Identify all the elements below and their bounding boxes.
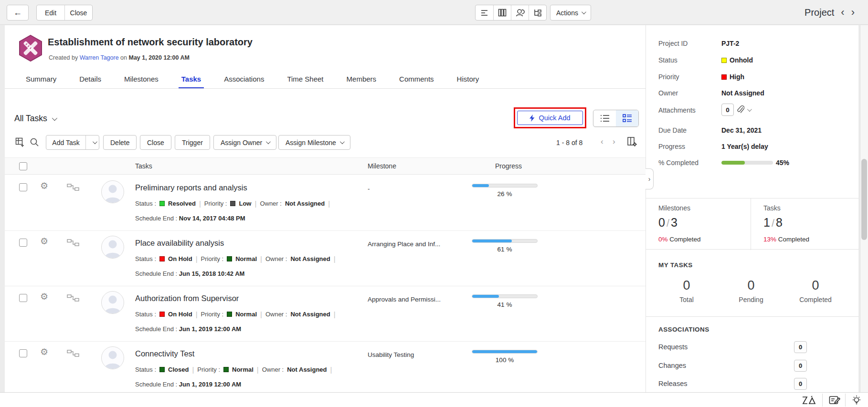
kanban-view-icon[interactable] [493,5,511,20]
chevron-down-icon[interactable] [747,107,752,112]
table-row: ⚙ Connectivity Test Status :Closed | Pri… [5,342,646,397]
field-label: Owner [658,89,678,97]
assign-milestone-dropdown[interactable]: Assign Milestone [278,135,350,150]
plain-list-view-button[interactable] [593,110,616,126]
next-record-button[interactable]: › [851,7,855,18]
dependency-icon[interactable] [67,294,79,302]
my-tasks-pending: 0Pending [732,278,770,303]
top-toolbar: ← Edit Close Actions Project ‹ › [0,0,868,25]
add-task-button[interactable]: Add Task [46,139,85,146]
list-view-toggle [593,110,639,127]
associations-header: ASSOCIATIONS [658,326,709,333]
tab-time-sheet[interactable]: Time Sheet [275,69,335,89]
gear-icon[interactable]: ⚙ [40,347,48,356]
gear-icon[interactable]: ⚙ [40,292,48,301]
tab-bar: Summary Details Milestones Tasks Associa… [14,69,490,89]
task-title[interactable]: Connectivity Test [135,349,194,358]
add-column-table-icon[interactable] [15,137,25,149]
task-title[interactable]: Preliminary reports and analysis [135,183,247,192]
table-row: ⚙ Authorization from Supervisor Status :… [5,286,646,342]
progress-label: 41 % [472,301,538,308]
task-meta: Status :Resolved | Priority :Low | Owner… [135,199,330,208]
tab-tasks[interactable]: Tasks [170,69,212,89]
summary-list-icon[interactable] [476,5,493,20]
author-link[interactable]: Warren Tagore [80,54,119,61]
field-label: Status [658,56,677,64]
detailed-list-view-button[interactable] [616,110,638,126]
task-filter-dropdown[interactable]: All Tasks [14,114,56,124]
project-status-value: Onhold [721,56,753,64]
status-color-square [721,58,727,63]
due-date-value: Dec 31, 2021 [721,126,762,134]
entity-label: Project [804,7,834,18]
schedule-end: Schedule End : Jun 15, 2018 10:42 AM [135,270,244,277]
releases-count-badge[interactable]: 0 [794,378,807,390]
tab-associations[interactable]: Associations [212,69,275,89]
dependency-icon[interactable] [67,184,79,191]
requests-count-badge[interactable]: 0 [794,341,807,353]
actions-button[interactable]: Actions [550,5,591,21]
column-progress: Progress [495,162,522,170]
trigger-button[interactable]: Trigger [175,135,210,150]
attachment-count[interactable]: 0 [721,104,734,116]
summary-panel: Milestones 0/3 0% Completed Tasks 1/8 13… [646,198,859,250]
tab-summary[interactable]: Summary [14,69,68,89]
back-button[interactable]: ← [7,5,29,21]
field-label: Due Date [658,126,687,134]
table-row: ⚙ Place availability analysis Status :On… [5,231,646,286]
back-arrow-icon: ← [13,8,22,18]
page-next-button[interactable]: › [613,137,615,146]
add-task-dropdown[interactable] [85,136,99,149]
row-checkbox[interactable] [19,183,27,191]
gear-icon[interactable]: ⚙ [40,181,48,190]
quick-add-button[interactable]: Quick Add [517,111,583,125]
tasks-summary[interactable]: Tasks 1/8 13% Completed [751,198,859,250]
dependency-tree-icon[interactable] [529,5,546,20]
row-checkbox[interactable] [19,239,27,247]
tab-members[interactable]: Members [335,69,388,89]
task-title[interactable]: Place availability analysis [135,239,224,248]
task-title[interactable]: Authorization from Supervisor [135,294,239,303]
tab-milestones[interactable]: Milestones [113,69,170,89]
zia-assistant-icon[interactable] [798,394,819,406]
progress-bar [472,239,538,243]
edit-button[interactable]: Edit [37,5,64,20]
gear-icon[interactable]: ⚙ [40,237,48,246]
scrollbar-thumb[interactable] [861,159,867,240]
task-toolbar: Add Task Delete Close Trigger Assign Own… [5,134,646,154]
changes-count-badge[interactable]: 0 [794,360,807,372]
feedback-note-icon[interactable] [824,394,845,406]
project-id-value: PJT-2 [721,40,739,47]
tab-comments[interactable]: Comments [388,69,445,89]
tab-details[interactable]: Details [68,69,113,89]
avatar [101,291,124,314]
paperclip-icon[interactable] [737,105,744,114]
prev-record-button[interactable]: ‹ [841,7,844,18]
row-checkbox[interactable] [19,349,27,357]
assign-owner-dropdown[interactable]: Assign Owner [213,135,276,150]
page-prev-button[interactable]: ‹ [601,137,603,146]
milestones-summary[interactable]: Milestones 0/3 0% Completed [646,198,751,250]
members-icon[interactable] [511,5,529,20]
progress-label: 61 % [472,246,538,253]
dependency-icon[interactable] [67,350,79,357]
created-by-line: Created by Warren Tagore on May 1, 2020 … [49,54,190,61]
delete-button[interactable]: Delete [103,135,137,150]
lightbulb-icon[interactable] [846,394,867,406]
column-settings-icon[interactable] [627,136,637,149]
tab-history[interactable]: History [445,69,491,89]
progress-bar [472,350,538,354]
dependency-icon[interactable] [67,239,79,246]
field-label: Project ID [658,40,688,47]
my-tasks-header: MY TASKS [658,261,693,269]
page-title: Establishment of network security labora… [48,37,253,48]
vertical-scrollbar[interactable] [860,25,868,392]
close-button[interactable]: Close [64,5,92,20]
row-checkbox[interactable] [19,294,27,302]
progress-label: 26 % [472,190,538,198]
priority-color-square [223,367,229,372]
select-all-checkbox[interactable] [19,162,27,170]
schedule-end: Schedule End : Nov 14, 2017 04:48 PM [135,215,245,222]
search-icon[interactable] [30,137,39,149]
close-task-button[interactable]: Close [140,135,171,150]
